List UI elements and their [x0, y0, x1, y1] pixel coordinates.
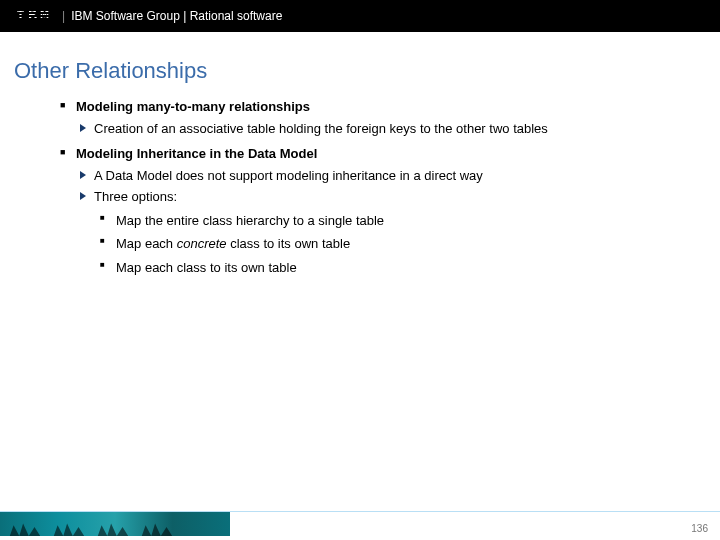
- footer-silhouette-icon: [50, 518, 88, 536]
- subitem-em: concrete: [177, 236, 227, 251]
- section-item: Three options:: [80, 188, 680, 206]
- page-title: Other Relationships: [14, 58, 720, 84]
- footer-bar: 136: [0, 511, 720, 540]
- section-heading: Modeling many-to-many relationships: [60, 98, 680, 116]
- section-subitem: Map the entire class hierarchy to a sing…: [100, 212, 680, 230]
- section-item: Creation of an associative table holding…: [80, 120, 680, 138]
- section-subitem: Map each class to its own table: [100, 259, 680, 277]
- header-group-text: IBM Software Group | Rational software: [71, 9, 282, 23]
- section-subitem: Map each concrete class to its own table: [100, 235, 680, 253]
- section-item: A Data Model does not support modeling i…: [80, 167, 680, 185]
- page-number: 136: [691, 523, 708, 534]
- subitem-post: class to its own table: [227, 236, 351, 251]
- footer-silhouette-icon: [94, 518, 132, 536]
- header-bar: IBM | IBM Software Group | Rational soft…: [0, 0, 720, 32]
- section-heading: Modeling Inheritance in the Data Model: [60, 145, 680, 163]
- ibm-logo: IBM: [16, 8, 62, 25]
- content-body: Modeling many-to-many relationships Crea…: [60, 98, 680, 276]
- footer-silhouette-icon: [6, 518, 44, 536]
- subitem-pre: Map each: [116, 236, 177, 251]
- header-separator: |: [62, 9, 65, 23]
- footer-decorative-band: [0, 512, 230, 536]
- footer-silhouette-icon: [138, 518, 176, 536]
